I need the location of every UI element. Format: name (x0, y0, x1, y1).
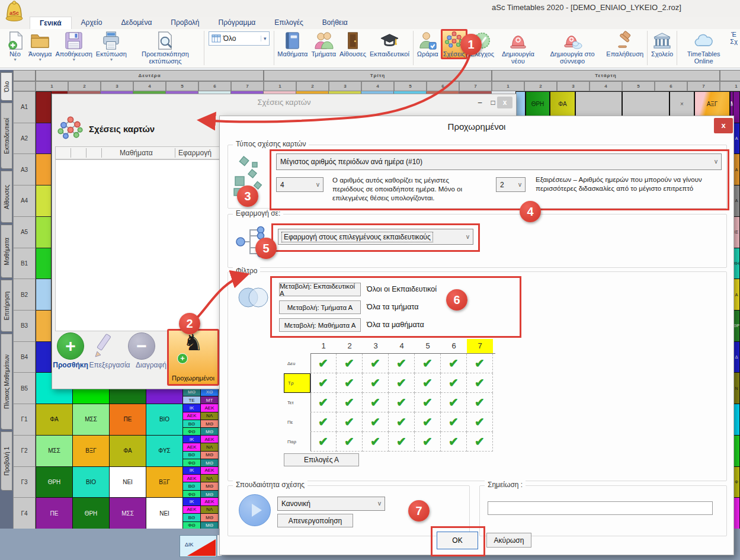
timetable-mini-card[interactable]: ΝΛ (200, 412, 219, 420)
minimize-button[interactable]: – (473, 97, 486, 108)
grid-check-cell[interactable]: ✔ (310, 412, 337, 432)
row-header-Γ2[interactable]: Γ2 (13, 435, 36, 467)
disable-button[interactable]: Απενεργοποίηση (277, 514, 353, 527)
close-icon[interactable]: x (497, 97, 512, 108)
row-header-B1[interactable]: B1 (13, 248, 36, 280)
grid-check-cell[interactable]: ✔ (337, 412, 363, 432)
timetable-card[interactable]: ΦΑ (109, 435, 146, 467)
sidebar-tab-subjects[interactable]: Μαθήματα (1, 225, 12, 278)
grid-check-cell[interactable]: ✔ (337, 393, 363, 412)
grid-check-cell[interactable]: ✔ (337, 432, 363, 452)
timetable-mini-card[interactable]: ΑΕΚ (182, 443, 201, 451)
grid-check-cell[interactable]: ✔ (363, 432, 389, 452)
row-header-Γ3[interactable]: Γ3 (13, 466, 36, 498)
grid-check-cell[interactable]: ✔ (467, 432, 493, 452)
timetable-card[interactable]: ΜΣΣ (109, 497, 146, 529)
timetable-card[interactable]: ΝΕΙ (109, 466, 146, 498)
row-header-A4[interactable]: A4 (13, 185, 36, 217)
importance-dropdown[interactable]: Κανονική (277, 497, 385, 511)
timetable-mini-card[interactable]: ΒΘ (182, 513, 201, 521)
advanced-button[interactable]: ♞ + Προχωρημένοι (167, 329, 219, 386)
card-sliver[interactable] (36, 279, 52, 311)
filter-change-button-classes[interactable]: Μεταβολή: Τμήματα Α (279, 300, 361, 314)
ok-button[interactable]: OK (437, 532, 478, 549)
timetable-mini-card[interactable]: ΝΛ (200, 505, 219, 514)
timetable-mini-card[interactable]: ΒΘ (182, 482, 201, 490)
timetable-card[interactable]: ΒΙΟ (146, 404, 183, 436)
row-header-A1[interactable]: A1 (13, 91, 36, 123)
timetable-card[interactable] (622, 91, 669, 116)
timetable-card[interactable]: ΘΡΗ (36, 466, 73, 498)
grid-check-cell[interactable]: ✔ (415, 412, 441, 432)
grid-check-cell[interactable]: ✔ (389, 432, 415, 452)
timetable-card[interactable]: ΦΑ (550, 91, 575, 116)
card-sliver[interactable] (36, 216, 52, 248)
sidebar-tab-all[interactable]: Όλο (1, 72, 12, 101)
card-sliver[interactable] (36, 153, 52, 185)
timetable-card[interactable]: ΦΑ (36, 404, 73, 436)
timetable-card[interactable]: × (669, 91, 694, 116)
sidebar-tab-classrooms[interactable]: Αίθουσες (1, 171, 12, 223)
row-header-B5[interactable]: B5 (13, 372, 36, 404)
timetable-card[interactable] (575, 91, 622, 116)
grid-check-cell[interactable]: ✔ (310, 373, 337, 393)
timetable-mini-card[interactable]: ΒΘ (182, 420, 201, 428)
max-periods-dropdown[interactable]: 4 (276, 177, 323, 192)
row-header-Γ1[interactable]: Γ1 (13, 404, 36, 436)
sidebar-tab-teachers[interactable]: Εκπαιδευτικοί (1, 103, 12, 169)
timetable-mini-card[interactable]: ΑΕΚ (200, 404, 219, 412)
timetable-mini-card[interactable]: ΑΕΚ (200, 435, 219, 443)
grid-check-cell[interactable]: ✔ (389, 354, 415, 373)
grid-check-cell[interactable]: ✔ (467, 373, 493, 393)
timetable-mini-card[interactable]: ΙΚ (182, 435, 201, 443)
grid-check-cell[interactable]: ✔ (389, 373, 415, 393)
grid-check-cell[interactable]: ✔ (337, 373, 363, 393)
row-header-A2[interactable]: A2 (13, 123, 36, 155)
timetable-card[interactable]: ΘΡΗ (526, 91, 550, 116)
asc-bell-icon[interactable]: aSc (1, 0, 27, 24)
timetable-mini-card[interactable]: ΝΛ (200, 443, 219, 451)
row-header-B2[interactable]: B2 (13, 279, 36, 311)
column-header-apply[interactable]: Εφαρμογή (178, 149, 212, 157)
timetable-card[interactable]: ΜΣΣ (36, 435, 73, 467)
timetable-card[interactable]: ΝΕΙ (146, 497, 183, 529)
note-input[interactable] (488, 501, 713, 515)
timetable-mini-card[interactable]: ΑΕΚ (200, 466, 219, 475)
close-icon[interactable]: x (714, 118, 733, 133)
edit-button[interactable]: Επεξεργασία (85, 361, 134, 369)
grid-check-cell[interactable]: ✔ (310, 432, 337, 452)
dik-card[interactable]: ΔΙΚ (180, 535, 217, 557)
card-sliver[interactable] (36, 248, 52, 280)
grid-check-cell[interactable]: ✔ (415, 354, 441, 373)
timetable-card[interactable]: ΑΞΓ (694, 91, 730, 116)
cancel-button[interactable]: Ακύρωση (486, 533, 531, 548)
card-sliver[interactable] (36, 341, 52, 373)
grid-check-cell[interactable]: ✔ (389, 412, 415, 432)
grid-check-cell[interactable]: ✔ (363, 412, 389, 432)
delete-button[interactable]: Διαγραφή (133, 361, 169, 369)
timetable-mini-card[interactable]: ΜΘ (200, 420, 219, 428)
timetable-mini-card[interactable]: ΙΚ (182, 466, 201, 475)
edit-pencil-icon[interactable] (91, 332, 117, 359)
timetable-mini-card[interactable]: ΜΘ (200, 513, 219, 521)
timetable-mini-card[interactable]: ΑΕΚ (182, 505, 201, 514)
card-sliver[interactable] (36, 123, 52, 155)
timetable-card[interactable] (515, 91, 526, 116)
add-button[interactable]: Προσθήκη (52, 361, 89, 369)
sidebar-tab-supervision[interactable]: Επιτήρηση (1, 280, 12, 332)
timetable-card[interactable]: ΒΞΓ (72, 435, 110, 467)
timetable-mini-card[interactable]: ΙΚ (182, 497, 201, 505)
add-icon[interactable]: + (57, 332, 84, 360)
timetable-mini-card[interactable]: ΒΘ (182, 451, 201, 459)
grid-check-cell[interactable]: ✔ (441, 412, 467, 432)
grid-check-cell[interactable]: ✔ (467, 354, 493, 373)
timetable-card[interactable]: ΘΡΗ (72, 497, 110, 529)
grid-check-cell[interactable]: ✔ (310, 393, 337, 412)
timetable-mini-card[interactable]: ΑΕΚ (200, 497, 219, 505)
timetable-card[interactable]: ΦΥΣ (146, 435, 183, 467)
timetable-mini-card[interactable]: ΑΕΚ (182, 474, 201, 482)
timetable-mini-card[interactable]: ΝΛ (200, 474, 219, 482)
timetable-mini-card[interactable]: ΜΘ (200, 482, 219, 490)
grid-check-cell[interactable]: ✔ (415, 393, 441, 412)
grid-check-cell[interactable]: ✔ (363, 373, 389, 393)
